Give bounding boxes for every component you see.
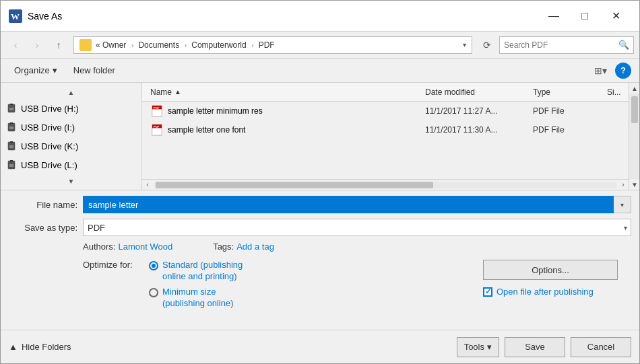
save-as-dialog: W Save As — □ ✕ ‹ › ↑ « Owner › Document… (0, 0, 640, 364)
svg-text:PDF: PDF (154, 106, 160, 109)
help-button[interactable]: ? (615, 63, 631, 79)
file-type-cell-1: PDF File (527, 106, 602, 116)
sidebar-item-label-usb-i: USB Drive (I:) (21, 122, 75, 133)
cancel-button[interactable]: Cancel (571, 337, 631, 357)
bottom-panel: File name: ▾ Save as type: PDF Word Docu… (1, 190, 639, 330)
breadcrumb-text: « Owner › Documents › Computerworld › PD… (96, 40, 275, 50)
organize-button[interactable]: Organize ▾ (9, 63, 63, 78)
search-input[interactable] (504, 40, 618, 50)
file-date-cell-1: 11/1/2017 11:27 A... (420, 106, 527, 116)
radio-option-standard[interactable]: Standard (publishingonline and printing) (149, 260, 243, 283)
vertical-scrollbar[interactable]: ▲ ▼ (629, 83, 639, 190)
options-row: Optimize for: Standard (publishingonline… (9, 260, 631, 314)
scroll-down-button[interactable]: ▼ (629, 179, 639, 190)
options-button[interactable]: Options... (483, 260, 618, 280)
column-header-name[interactable]: Name ▲ (142, 83, 420, 101)
window-controls: — □ ✕ (538, 6, 631, 26)
scroll-right-button[interactable]: › (618, 180, 629, 190)
radio-option-minimum[interactable]: Minimum size(publishing online) (149, 287, 243, 310)
up-button[interactable]: ↑ (49, 36, 68, 54)
sidebar-item-label-usb-l: USB Drive (L:) (21, 160, 77, 170)
file-panel-container: Name ▲ Date modified Type Si... (142, 83, 639, 190)
sidebar-item-usb-l[interactable]: USB Drive (L:) (1, 155, 141, 174)
close-button[interactable]: ✕ (600, 6, 631, 26)
column-header-date[interactable]: Date modified (420, 83, 527, 101)
hide-folders-label: Hide Folders (22, 342, 71, 352)
tags-value[interactable]: Add a tag (236, 242, 274, 252)
breadcrumb-bar[interactable]: « Owner › Documents › Computerworld › PD… (73, 36, 472, 54)
sidebar-item-usb-i[interactable]: USB Drive (I:) (1, 118, 141, 137)
svg-rect-4 (10, 104, 13, 105)
file-type-cell-2: PDF File (527, 125, 602, 135)
radio-standard-selected-dot (152, 264, 156, 268)
hide-folders-button[interactable]: ▲ Hide Folders (9, 342, 71, 352)
usb-drive-k-icon (6, 141, 17, 151)
table-row[interactable]: PDF sample letter one font 11/1/2017 11:… (142, 120, 629, 139)
horizontal-scrollbar[interactable]: ‹ › (142, 179, 629, 190)
optimize-label-row: Optimize for: Standard (publishingonline… (83, 260, 470, 314)
sidebar-item-usb-k[interactable]: USB Drive (K:) (1, 137, 141, 155)
pdf-file-icon-2: PDF (150, 123, 164, 137)
open-after-publishing-checkbox[interactable]: ✓ (483, 287, 492, 297)
sidebar-item-usb-h[interactable]: USB Drive (H:) (1, 99, 141, 118)
optimize-for-label: Optimize for: (83, 260, 143, 270)
navigation-bar: ‹ › ↑ « Owner › Documents › Computerworl… (1, 32, 639, 59)
svg-rect-3 (9, 108, 13, 110)
title-bar: W Save As — □ ✕ (1, 1, 639, 32)
back-button[interactable]: ‹ (6, 36, 25, 54)
column-header-size: Si... (602, 83, 629, 101)
save-button[interactable]: Save (505, 337, 565, 357)
file-name-row: File name: ▾ (9, 196, 631, 213)
minimize-button[interactable]: — (538, 6, 569, 26)
open-after-publishing-label[interactable]: Open file after publishing (497, 287, 594, 297)
organize-chevron-icon: ▾ (53, 65, 57, 75)
file-panel: Name ▲ Date modified Type Si... (142, 83, 629, 190)
search-icon: 🔍 (618, 40, 629, 50)
radio-options: Standard (publishingonline and printing)… (149, 260, 243, 314)
new-folder-button[interactable]: New folder (68, 63, 121, 78)
file-name-dropdown-button[interactable]: ▾ (614, 196, 631, 213)
file-list: PDF sample letter minimum res 11/1/2017 … (142, 102, 629, 179)
footer-bar: ▲ Hide Folders Tools ▾ Save Cancel (1, 330, 639, 363)
save-as-type-row: Save as type: PDF Word Document Rich Tex… (9, 219, 631, 236)
radio-standard-label: Standard (publishingonline and printing) (162, 260, 243, 283)
scroll-left-button[interactable]: ‹ (142, 180, 153, 190)
file-date-cell-2: 11/1/2017 11:30 A... (420, 125, 527, 135)
open-after-publishing-row[interactable]: ✓ Open file after publishing (483, 287, 594, 297)
refresh-button[interactable]: ⟳ (478, 36, 497, 54)
vertical-scroll-track[interactable] (629, 94, 639, 179)
horizontal-scroll-thumb[interactable] (156, 182, 433, 188)
view-button[interactable]: ⊞ ▾ (591, 63, 610, 79)
main-content: ▲ USB Drive (H:) (1, 83, 639, 190)
scroll-up-button[interactable]: ▲ (629, 83, 639, 94)
tools-button[interactable]: Tools ▾ (457, 337, 499, 357)
word-app-icon: W (9, 9, 22, 23)
table-row[interactable]: PDF sample letter minimum res 11/1/2017 … (142, 102, 629, 120)
usb-drive-h-icon (6, 103, 17, 114)
breadcrumb-dropdown-chevron[interactable]: ▾ (463, 41, 466, 48)
usb-drive-i-icon (6, 122, 17, 133)
view-controls: ⊞ ▾ ? (591, 63, 631, 79)
sidebar-scroll-up[interactable]: ▲ (1, 85, 141, 99)
file-name-cell-1: sample letter minimum res (168, 106, 420, 116)
svg-text:W: W (11, 11, 20, 22)
svg-rect-12 (9, 164, 13, 167)
toolbar: Organize ▾ New folder ⊞ ▾ ? (1, 59, 639, 83)
svg-text:PDF: PDF (154, 124, 160, 128)
svg-rect-10 (10, 141, 13, 143)
search-bar[interactable]: 🔍 (499, 36, 634, 54)
file-list-header: Name ▲ Date modified Type Si... (142, 83, 629, 102)
column-header-type[interactable]: Type (527, 83, 602, 101)
radio-minimum-button[interactable] (149, 288, 158, 297)
horizontal-scroll-track[interactable] (154, 182, 616, 188)
vertical-scroll-thumb[interactable] (631, 96, 638, 123)
maximize-button[interactable]: □ (569, 6, 600, 26)
save-as-type-select[interactable]: PDF Word Document Rich Text Format (83, 219, 631, 236)
file-name-input[interactable] (83, 196, 614, 213)
forward-button[interactable]: › (28, 36, 46, 54)
radio-standard-button[interactable] (149, 261, 158, 270)
authors-value[interactable]: Lamont Wood (118, 242, 172, 252)
radio-minimum-label: Minimum size(publishing online) (162, 287, 234, 310)
sidebar-scroll-down[interactable]: ▼ (1, 174, 141, 188)
hide-folders-arrow-icon: ▲ (9, 342, 18, 352)
